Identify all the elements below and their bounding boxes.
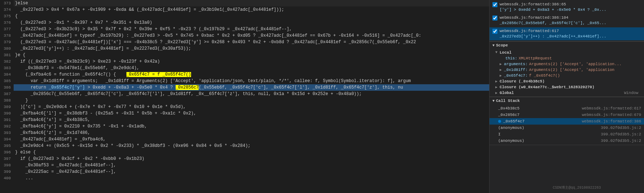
line-content: (_0x227ed3 > -0x3b23c9) > 0x35 * 0x7f + … [14,26,489,32]
callstack-item[interactable]: _0x65f4c7webmssdk.js:formatted:386 [490,118,644,125]
line-number: 388 [0,97,14,104]
line-content: _0xfba4c6['z'] = _0x1d7486, [14,130,489,136]
code-line[interactable]: 381}e { [0,52,489,58]
line-content: if (_0x227ed3 > 0x3cf + -0x2 * -0xbb0 + … [14,156,489,162]
scope-item[interactable]: ▶arguments: Arguments(2) ['Accept', 'app… [490,61,644,67]
line-number: 392 [0,123,14,130]
code-line[interactable]: 373}else [0,0,489,6]
breakpoint-item[interactable]: webmssdk.js:formatted:617_0x227ed3['y']+… [490,27,644,41]
breakpoint-code: _0x2856c7(_0x55eb6f, _0x65f4c7['c'], _0x… [500,21,641,26]
line-content: { [14,13,489,19]
scope-section-header[interactable]: ▼Local [490,50,644,55]
callstack-header[interactable]: ▼ Call Stack [490,97,644,104]
line-number: 385 [0,78,14,84]
code-line[interactable]: 380 _0x227ed3['y']++) : _0x427adc[_0x448… [0,45,489,52]
code-line[interactable]: 384 (_0xfba4c6 = function _0x65f4c7() { … [0,71,489,78]
code-line[interactable]: 376 (_0x227ed3 > -0x1 * -0x397 + 0x7 * -… [0,19,489,26]
line-content: (_0xfba4c6 = function _0x65f4c7() { _0x6… [14,71,489,78]
callstack-item-name-container: I [498,132,501,136]
code-line[interactable]: 389 )['c'] = _0x2e9dc4 + (-0x7e * 0x7 + … [0,104,489,110]
scope-expand-icon: ▶ [495,91,497,95]
callstack-location: 399.02f0d3b5.js:2 [601,139,641,143]
code-line[interactable]: 382 if ((_0x227ed3 = _0x3b23c9) > 0xe23 … [0,58,489,65]
code-line[interactable]: 377 (_0x227ed3 > -0x3b23c9) > 0x35 * 0x7… [0,26,489,32]
scope-section-label: Global [500,91,514,95]
code-line[interactable]: 397 if (_0x227ed3 > 0x3cf + -0x2 * -0xbb… [0,156,489,162]
scope-section-header[interactable]: ▶GlobalWindow [490,90,644,96]
line-content: _0x2225ac = _0x427adc[_0x4481ef--], [14,169,489,175]
line-content: return _0x65f4c7['y'] > 0xedd + -0x8a3 +… [14,84,489,91]
breakpoints-section: webmssdk.js:formatted:386:65['y'] > 0xed… [490,0,644,41]
scope-item-value: Arguments(2) ['Accept', 'application... [529,62,621,66]
code-line[interactable]: 399 _0x2225ac = _0x427adc[_0x4481ef--], [0,169,489,175]
code-line[interactable]: 387 _0x2856c7(_0x55eb6f, _0x65f4c7['c'],… [0,91,489,97]
scope-section-label: Closure (w0_0x4ae77c._$webrt_1628320270) [500,85,594,89]
callstack-title: Call Stack [496,99,520,103]
code-line[interactable]: 400 ... [0,175,489,181]
line-content: _0x38dbf3 = -0x5478e1(_0x55eb6f, _0x2e9d… [14,65,489,71]
code-line[interactable]: 396} else { [0,149,489,156]
line-content: }e { [14,52,489,58]
line-content: } [14,97,489,104]
code-line[interactable]: 383 _0x38dbf3 = -0x5478e1(_0x55eb6f, _0x… [0,65,489,71]
scope-item-expand-icon: ▶ [500,73,502,78]
breakpoint-checkbox[interactable] [492,15,497,21]
callstack-item[interactable]: I399.02f0d3b5.js:2 [490,131,644,138]
breakpoint-item[interactable]: webmssdk.js:formatted:386:104_0x2856c7(_… [490,14,644,27]
line-number: 382 [0,58,14,65]
code-scroll-area[interactable]: 373}else374 _0x227ed3 > 0x4 * 0x67a + -0… [0,0,489,193]
callstack-section: ▼ Call Stack _0x4b38c5webmssdk.js:format… [490,97,644,145]
line-content: _0x427adc[_0x4481ef] = _0xfba4c6, [14,136,489,143]
scope-item[interactable]: this: XMLHttpRequest [490,55,644,61]
breakpoint-checkbox[interactable] [492,29,497,34]
scope-header[interactable]: ▼ Scope [490,41,644,49]
code-line[interactable]: 375{ [0,13,489,19]
code-line[interactable]: 393 _0xfba4c6['z'] = _0x1d7486, [0,130,489,136]
breakpoint-file: webmssdk.js:formatted:386:104 [500,15,641,21]
scope-item[interactable]: ▶_0x1d81ff: Arguments(2) ['Accept', 'app… [490,67,644,73]
callstack-function-name: _0x2856c7 [498,113,519,117]
line-content: )['c'] = _0x2e9dc4 + (-0x7e * 0x7 + -0x7… [14,104,489,110]
code-line[interactable]: 386 return _0x65f4c7['y'] > 0xedd + -0x8… [0,84,489,91]
code-line[interactable]: 379 (_0x227ed3 = -0x427adc[_0x4481ef])['… [0,39,489,45]
scope-item-expand-icon: ▶ [500,68,502,72]
line-content: (_0x227ed3 = -0x427adc[_0x4481ef])['x'] … [14,39,489,45]
breakpoint-checkbox[interactable] [492,2,497,7]
code-line[interactable]: 394 _0x427adc[_0x4481ef] = _0xfba4c6, [0,136,489,143]
scope-expand-icon: ▶ [495,79,497,84]
scope-item[interactable]: ▶_0x65f4c7: f _0x65f4c7() [490,73,644,78]
code-line[interactable]: 398 _0x30af53 = _0x427adc[_0x4481ef--], [0,162,489,169]
code-line[interactable]: 391 _0xfba4c6['x'] = _0x4b38c5, [0,117,489,123]
scope-item-key: _0x65f4c7: [504,73,528,78]
line-content: } else { [14,149,489,156]
breakpoint-code: _0x227ed3['y']++) : _0x427adc[++_0x4481e… [500,34,641,39]
scope-section-label: Closure (_0x4b38c5) [500,79,545,84]
code-line[interactable]: 374 _0x227ed3 > 0x4 * 0x67a + -0x1909 + … [0,6,489,13]
code-line[interactable]: 395 _0x2e9dc4 += (0x5c5 + -0x15d + 0x2 *… [0,143,489,149]
code-line[interactable]: 385 var _0x1d81ff = arguments; _0x1d81ff… [0,78,489,84]
callstack-item[interactable]: (anonymous)399.02f0d3b5.js:2 [490,138,644,144]
line-number: 378 [0,32,14,39]
scope-item-expand-icon: ▶ [500,62,502,66]
code-line[interactable]: 388 } [0,97,489,104]
code-line[interactable]: 378 _0x427adc[_0x4481ef] = typeof _0x197… [0,32,489,39]
line-content: _0xfba4c6['l'] = _0x38dbf3 - (0x25a5 + -… [14,110,489,117]
line-number: 383 [0,65,14,71]
callstack-item[interactable]: _0x4b38c5webmssdk.js:formatted:617 [490,105,644,112]
code-line[interactable]: 390 _0xfba4c6['l'] = _0x38dbf3 - (0x25a5… [0,110,489,117]
scope-section-header[interactable]: ▶Closure (_0x4b38c5) [490,78,644,84]
code-line[interactable]: 392 _0xfba4c6['y'] = 0x2210 + 0x735 * -0… [0,123,489,130]
right-inner-scroll[interactable]: webmssdk.js:formatted:386:65['y'] > 0xed… [490,0,644,193]
scope-item-value: XMLHttpRequest [519,56,552,60]
line-number: 381 [0,52,14,58]
callstack-item[interactable]: _0x2856c7webmssdk.js:formatted:679 [490,112,644,118]
line-number: 396 [0,149,14,156]
scope-tree: ▼Localthis: XMLHttpRequest▶arguments: Ar… [490,49,644,96]
code-lines-container: 373}else374 _0x227ed3 > 0x4 * 0x67a + -0… [0,0,489,181]
breakpoint-item[interactable]: webmssdk.js:formatted:386:65['y'] > 0xed… [490,1,644,14]
callstack-item[interactable]: (anonymous)399.02f0d3b5.js:2 [490,125,644,131]
scope-item-key: arguments: [504,62,528,66]
scope-item-value: f _0x65f4c7() [529,73,560,78]
scope-section-header[interactable]: ▶Closure (w0_0x4ae77c._$webrt_1628320270… [490,84,644,90]
scope-section-label: Local [500,50,511,55]
